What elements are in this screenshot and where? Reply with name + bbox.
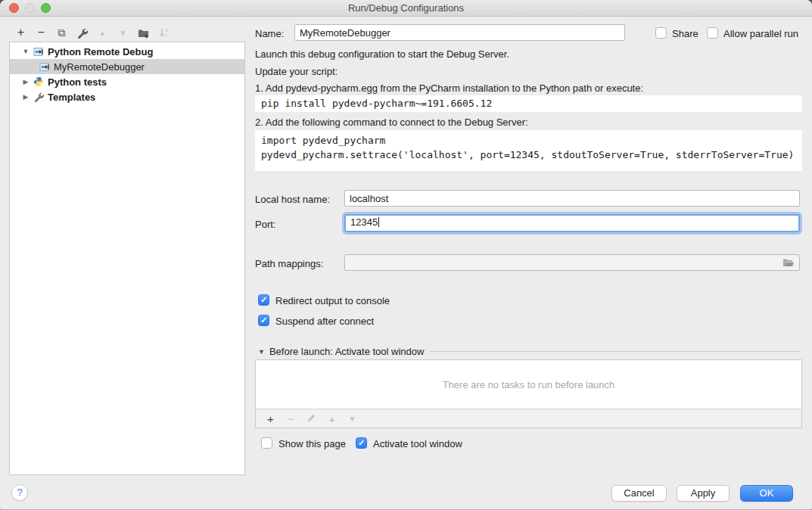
add-configuration-icon[interactable]: + xyxy=(11,24,31,41)
suspend-after-connect-checkbox[interactable]: ✓ xyxy=(258,315,269,326)
tree-item-myremotedebugger[interactable]: MyRemoteDebugger xyxy=(10,59,244,74)
port-label: Port: xyxy=(255,219,275,230)
wrench-icon xyxy=(76,27,88,39)
share-label: Share xyxy=(672,28,698,40)
show-this-page-label: Show this page xyxy=(278,438,346,450)
svg-text:z: z xyxy=(165,33,167,38)
activate-tool-window-checkbox[interactable]: ✓ xyxy=(356,437,367,449)
pip-install-code: pip install pydevd-pycharm~=191.6605.12 xyxy=(255,95,802,112)
name-label: Name: xyxy=(255,28,284,39)
sort-az-icon: az xyxy=(158,27,170,39)
text-caret xyxy=(378,217,379,227)
task-list[interactable]: There are no tasks to run before launch xyxy=(256,360,801,409)
step2-text: 2. Add the following command to connect … xyxy=(255,117,528,128)
intro-text: Launch this debug configuration to start… xyxy=(255,48,509,60)
remove-configuration-icon[interactable]: − xyxy=(31,24,51,41)
check-icon: ✓ xyxy=(259,316,269,325)
tree-item-python-tests[interactable]: ▶ Python tests xyxy=(10,74,244,89)
help-button[interactable]: ? xyxy=(11,484,28,501)
empty-tasks-text: There are no tasks to run before launch xyxy=(443,379,615,390)
before-launch-panel: There are no tasks to run before launch … xyxy=(255,359,802,428)
wrench-icon xyxy=(33,92,44,102)
copy-configuration-icon[interactable]: ⧉ xyxy=(51,24,72,41)
folder-plus-icon xyxy=(138,27,150,39)
activate-tool-window-label: Activate tool window xyxy=(373,438,462,450)
code-line: import pydevd_pycharm xyxy=(261,133,796,148)
browse-folder-icon[interactable] xyxy=(782,257,795,271)
remote-debug-config-icon xyxy=(39,61,50,72)
sort-alphabetically-icon: az xyxy=(154,24,174,41)
move-down-icon: ▼ xyxy=(113,24,133,41)
new-folder-icon[interactable] xyxy=(133,24,154,41)
add-task-icon[interactable]: + xyxy=(260,412,281,425)
tree-item-python-remote-debug[interactable]: ▼ Python Remote Debug xyxy=(10,44,244,59)
name-input[interactable] xyxy=(294,24,625,41)
cancel-button[interactable]: Cancel xyxy=(611,485,667,502)
before-launch-title: Before launch: Activate tool window xyxy=(269,346,425,357)
show-this-page-checkbox[interactable]: ✓ xyxy=(261,437,272,449)
local-host-name-label: Local host name: xyxy=(255,194,330,205)
svg-text:a: a xyxy=(165,27,168,33)
chevron-down-icon[interactable]: ▼ xyxy=(258,348,265,356)
allow-parallel-run-checkbox[interactable]: ✓ xyxy=(707,27,718,39)
window-title: Run/Debug Configurations xyxy=(0,2,812,14)
before-launch-header[interactable]: ▼ Before launch: Activate tool window xyxy=(258,346,800,357)
edit-task-icon xyxy=(301,412,322,425)
tree-item-label: Python tests xyxy=(48,76,107,88)
divider xyxy=(430,351,800,352)
tree-item-label: Templates xyxy=(48,92,95,103)
step1-text: 1. Add pydevd-pycharm.egg from the PyCha… xyxy=(255,82,643,94)
tree-item-label: Python Remote Debug xyxy=(48,46,153,58)
chevron-right-icon[interactable]: ▶ xyxy=(20,78,31,86)
configurations-tree: ▼ Python Remote Debug MyRemoteDebugger ▶… xyxy=(9,42,245,475)
configurations-toolbar: + − ⧉ ▲ ▼ az xyxy=(11,23,174,42)
port-input[interactable]: 12345 xyxy=(344,214,800,232)
move-up-icon: ▲ xyxy=(92,24,113,41)
chevron-right-icon[interactable]: ▶ xyxy=(20,93,31,101)
remote-debug-config-icon xyxy=(33,46,44,57)
share-checkbox[interactable]: ✓ xyxy=(655,27,667,39)
chevron-down-icon[interactable]: ▼ xyxy=(20,48,31,55)
move-task-down-icon: ▼ xyxy=(342,415,362,423)
python-icon xyxy=(33,76,44,87)
titlebar: Run/Debug Configurations xyxy=(0,0,812,17)
edit-templates-wrench-icon[interactable] xyxy=(72,24,92,41)
allow-parallel-run-label: Allow parallel run xyxy=(723,28,798,40)
redirect-output-checkbox[interactable]: ✓ xyxy=(258,294,269,306)
suspend-after-connect-label: Suspend after connect xyxy=(275,316,374,328)
task-toolbar: + − ▲ ▼ xyxy=(256,409,801,428)
question-icon: ? xyxy=(17,487,22,498)
local-host-name-input[interactable] xyxy=(344,190,800,207)
run-debug-configurations-dialog: Run/Debug Configurations + − ⧉ ▲ ▼ az ▼ … xyxy=(0,0,812,510)
tree-item-label: MyRemoteDebugger xyxy=(54,61,145,73)
remove-task-icon: − xyxy=(281,412,301,425)
check-icon: ✓ xyxy=(356,438,366,448)
path-mappings-label: Path mappings: xyxy=(255,258,323,269)
tree-item-templates[interactable]: ▶ Templates xyxy=(10,89,244,104)
settrace-code: import pydevd_pycharm pydevd_pycharm.set… xyxy=(255,130,802,171)
update-script-text: Update your script: xyxy=(255,66,338,77)
move-task-up-icon: ▲ xyxy=(322,415,342,423)
apply-button[interactable]: Apply xyxy=(677,485,730,502)
ok-button[interactable]: OK xyxy=(740,485,793,502)
check-icon: ✓ xyxy=(259,295,269,305)
path-mappings-input[interactable] xyxy=(344,254,800,271)
code-line: pydevd_pycharm.settrace('localhost', por… xyxy=(261,148,796,162)
port-value: 12345 xyxy=(350,216,378,228)
redirect-output-label: Redirect output to console xyxy=(275,295,390,307)
